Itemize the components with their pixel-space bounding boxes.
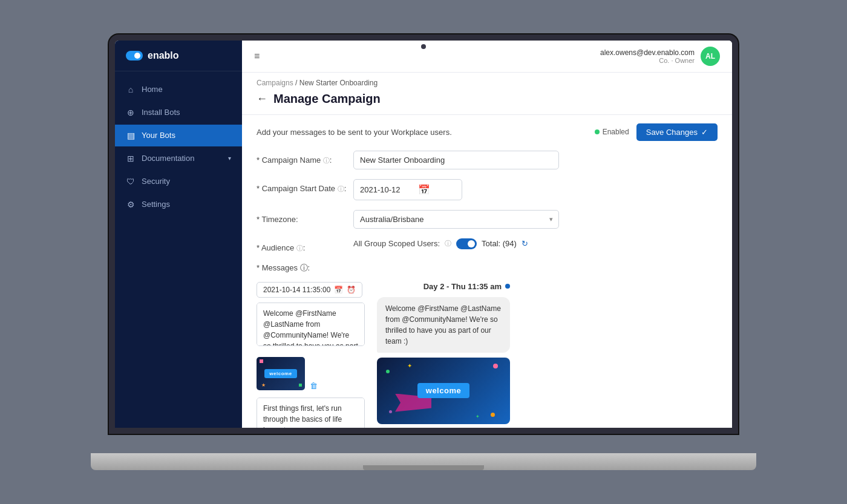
breadcrumb-current: New Starter Onboarding — [299, 79, 378, 87]
calendar-icon-msg[interactable]: 📅 — [334, 286, 343, 294]
timezone-select-wrapper: Australia/Brisbane Australia/Sydney UTC … — [353, 210, 559, 229]
message-datetime-row: 2021-10-14 11:35:00 📅 ⏰ — [257, 282, 365, 298]
user-text: alex.owens@dev.enablo.com Co. · Owner — [600, 48, 695, 64]
preview-welcome-badge: welcome — [417, 383, 469, 398]
home-icon: ⌂ — [126, 85, 136, 94]
status-label: Enabled — [603, 128, 629, 136]
audience-value-wrapper: All Group Scoped Users: ⓘ Total: (94) ↻ — [353, 238, 559, 249]
calendar-icon[interactable]: 📅 — [418, 184, 430, 195]
message-block-1: 2021-10-14 11:35:00 📅 ⏰ Welcome @FirstNa… — [257, 282, 365, 390]
chevron-down-icon: ▾ — [228, 155, 231, 162]
star-1: ✦ — [407, 362, 412, 369]
day-dot — [505, 284, 510, 289]
timezone-select[interactable]: Australia/Brisbane Australia/Sydney UTC … — [353, 210, 559, 229]
clock-icon-msg[interactable]: ⏰ — [347, 286, 356, 294]
campaign-name-field: * Campaign Name ⓘ: — [257, 151, 718, 169]
audience-label: * Audience ⓘ: — [257, 238, 353, 253]
save-button-label: Save Changes — [646, 128, 698, 137]
campaign-start-date-input-wrapper: 📅 — [353, 179, 559, 200]
page-title: Manage Campaign — [273, 92, 381, 106]
sidebar-item-home[interactable]: ⌂ Home — [115, 79, 242, 100]
status-badge: Enabled — [595, 128, 629, 136]
sidebar-item-label: Install Bots — [142, 108, 180, 117]
timezone-field: * Timezone: Australia/Brisbane Australia… — [257, 210, 718, 229]
sidebar-item-label: Settings — [142, 200, 170, 209]
user-email: alex.owens@dev.enablo.com — [600, 48, 695, 57]
audience-field: * Audience ⓘ: All Group Scoped Users: ⓘ … — [257, 238, 718, 253]
welcome-text: welcome — [269, 371, 292, 376]
logo-text: enablo — [148, 50, 179, 61]
message-editor: 2021-10-14 11:35:00 📅 ⏰ Welcome @FirstNa… — [257, 282, 365, 428]
sidebar-item-label: Home — [142, 85, 163, 94]
bots-icon: ▤ — [126, 131, 136, 140]
date-input-wrapper: 📅 — [353, 179, 462, 200]
campaign-start-date-field: * Campaign Start Date ⓘ: 📅 — [257, 179, 718, 200]
campaign-start-date-label: * Campaign Start Date ⓘ: — [257, 179, 353, 194]
user-info: alex.owens@dev.enablo.com Co. · Owner AL — [600, 47, 720, 66]
messages-content: 2021-10-14 11:35:00 📅 ⏰ Welcome @FirstNa… — [257, 282, 510, 428]
campaign-name-label: * Campaign Name ⓘ: — [257, 151, 353, 165]
audience-total: Total: (94) — [482, 239, 517, 248]
message-text-block-2: First things first, let's run through th… — [257, 398, 365, 428]
day-label-text: Day 2 - Thu 11:35 am — [424, 282, 502, 291]
breadcrumb: Campaigns / New Starter Onboarding — [242, 73, 732, 90]
status-dot — [595, 129, 600, 134]
top-header: ≡ alex.owens@dev.enablo.com Co. · Owner … — [242, 41, 732, 73]
sidebar-item-documentation[interactable]: ⊞ Documentation ▾ — [115, 148, 242, 169]
timezone-input-wrapper: Australia/Brisbane Australia/Sydney UTC … — [353, 210, 559, 229]
messages-label: * Messages ⓘ: — [257, 263, 310, 273]
avatar[interactable]: AL — [701, 47, 720, 66]
campaign-name-input-wrapper — [353, 151, 559, 169]
form-description: Add your messages to be sent to your Wor… — [257, 128, 452, 137]
back-button[interactable]: ← — [257, 93, 267, 105]
confetti-3 — [491, 413, 495, 417]
gear-icon: ⚙ — [126, 200, 136, 209]
welcome-badge: welcome — [264, 369, 296, 378]
breadcrumb-separator: / — [295, 79, 297, 87]
audience-row: All Group Scoped Users: ⓘ Total: (94) ↻ — [353, 238, 559, 249]
shield-icon: 🛡 — [126, 177, 136, 186]
messages-field: * Messages ⓘ: 2021-10-14 11:3 — [257, 263, 718, 428]
chat-bubble-1: Welcome @FirstName @LastName from @Commu… — [377, 297, 510, 353]
message-1-textarea[interactable]: Welcome @FirstName @LastName from @Commu… — [257, 303, 365, 346]
breadcrumb-parent[interactable]: Campaigns — [257, 79, 293, 87]
sidebar-item-label: Your Bots — [142, 131, 175, 140]
sidebar-item-settings[interactable]: ⚙ Settings — [115, 194, 242, 215]
message-image-preview: welcome ★ — [257, 357, 305, 390]
preview-image: ✦ ✦ welcome — [377, 358, 510, 424]
docs-icon: ⊞ — [126, 154, 136, 163]
datetime-text: 2021-10-14 11:35:00 — [263, 286, 330, 294]
day-label: Day 2 - Thu 11:35 am — [377, 282, 510, 291]
message-2-textarea[interactable]: First things first, let's run through th… — [257, 398, 365, 428]
form-toolbar: Add your messages to be sent to your Wor… — [257, 115, 718, 151]
confetti-4 — [389, 410, 392, 413]
date-input[interactable] — [360, 185, 414, 194]
hamburger-icon[interactable]: ≡ — [254, 51, 260, 62]
laptop-base — [91, 453, 756, 470]
sidebar-item-label: Documentation — [142, 154, 194, 163]
logo-icon — [126, 51, 143, 61]
campaign-name-input[interactable] — [353, 151, 559, 169]
campaign-name-label-text: * Campaign Name — [257, 155, 323, 165]
save-changes-button[interactable]: Save Changes ✓ — [636, 123, 718, 141]
audience-toggle[interactable] — [456, 238, 477, 249]
message-preview: Day 2 - Thu 11:35 am Welcome @FirstName … — [377, 282, 510, 428]
sidebar-item-install-bots[interactable]: ⊕ Install Bots — [115, 102, 242, 123]
info-icon-audience2: ⓘ — [445, 239, 451, 248]
content-area: Campaigns / New Starter Onboarding ← Man… — [242, 73, 732, 428]
confetti-2 — [386, 370, 390, 373]
delete-image-button[interactable]: 🗑 — [310, 381, 318, 390]
sidebar-nav: ⌂ Home ⊕ Install Bots ▤ Your Bots ⊞ Docu… — [115, 71, 242, 428]
laptop-camera — [421, 44, 426, 49]
star-decoration: ★ — [261, 382, 266, 388]
star-2: ✦ — [476, 414, 480, 419]
sidebar-item-label: Security — [142, 177, 170, 186]
sidebar-item-security[interactable]: 🛡 Security — [115, 171, 242, 192]
datetime-display: 2021-10-14 11:35:00 📅 ⏰ — [257, 282, 362, 298]
toolbar-right: Enabled Save Changes ✓ — [595, 123, 718, 141]
main-content: ≡ alex.owens@dev.enablo.com Co. · Owner … — [242, 41, 732, 428]
message-block-2: First things first, let's run through th… — [257, 398, 365, 428]
sidebar-item-your-bots[interactable]: ▤ Your Bots — [115, 125, 242, 146]
refresh-icon[interactable]: ↻ — [522, 239, 528, 248]
form-section: Add your messages to be sent to your Wor… — [242, 114, 732, 428]
